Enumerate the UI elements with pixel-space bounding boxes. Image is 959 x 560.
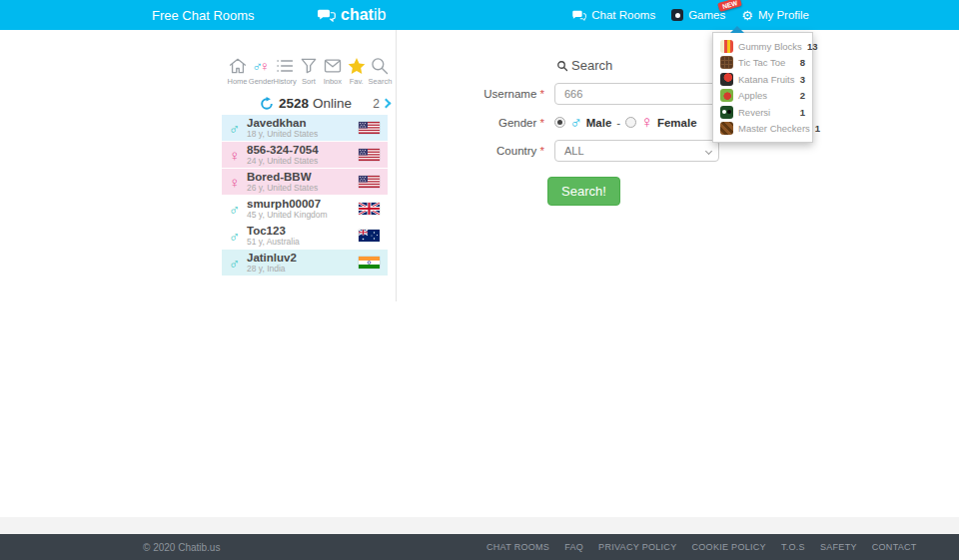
menu-item-gummy-blocks[interactable]: Gummy Blocks 13: [713, 38, 812, 55]
country-row: Country * ALL: [480, 140, 729, 162]
user-name: Toc123: [247, 225, 300, 238]
footer-link-safety[interactable]: SAFETY: [820, 542, 857, 552]
user-row[interactable]: ♂ Jatinluv2 28 y, India: [222, 250, 388, 276]
menu-item-katana-fruits[interactable]: Katana Fruits 3: [713, 71, 812, 88]
online-counter-row: 2528 Online 2: [260, 96, 390, 111]
male-icon: ♂: [569, 114, 582, 131]
user-meta: 51 y, Australia: [247, 238, 300, 247]
chatib-logo[interactable]: chatib: [318, 0, 386, 30]
history-icon: [275, 56, 295, 76]
menu-item-apples[interactable]: Apples 2: [713, 88, 812, 105]
chevron-right-icon: [382, 99, 392, 109]
tool-home[interactable]: Home: [226, 56, 249, 86]
user-meta: 26 y, United States: [247, 184, 318, 193]
user-meta: 28 y, India: [247, 265, 297, 274]
nav-my-profile[interactable]: ⚙ My Profile: [741, 9, 809, 22]
gender-options: ♂ Male - ♀ Female: [554, 114, 697, 131]
game-count: 2: [800, 90, 805, 101]
menu-item-reversi[interactable]: Reversi 1: [713, 104, 812, 121]
male-radio[interactable]: [554, 117, 565, 128]
male-icon: ♂: [229, 256, 247, 271]
male-option-label: Male: [586, 117, 612, 129]
gender-row: Gender * ♂ Male - ♀ Female: [480, 114, 729, 131]
flag-in-icon: [359, 257, 380, 269]
tool-search[interactable]: Search: [369, 56, 392, 86]
online-count: 2528: [279, 96, 309, 111]
chevron-down-icon: [705, 148, 712, 155]
next-page-control[interactable]: 2: [373, 97, 390, 111]
tool-label: Fav.: [350, 77, 364, 86]
free-chat-rooms-link[interactable]: Free Chat Rooms: [152, 0, 255, 30]
nav-chat-rooms-label: Chat Rooms: [591, 9, 655, 21]
user-row[interactable]: ♂ smurph00007 45 y, United Kingdom: [222, 196, 388, 222]
footer-link-cookie-policy[interactable]: COOKIE POLICY: [691, 542, 765, 552]
tool-favorites[interactable]: Fav.: [345, 56, 368, 86]
footer-links: CHAT ROOMS FAQ PRIVACY POLICY COOKIE POL…: [486, 534, 917, 560]
dropdown-caret-icon: [730, 26, 744, 33]
username-input[interactable]: [554, 83, 719, 105]
flag-uk-icon: [359, 203, 380, 215]
footer-link-contact[interactable]: CONTACT: [872, 542, 917, 552]
female-icon: ♀: [640, 114, 653, 131]
user-name: Jatinluv2: [247, 252, 297, 265]
tic-tac-toe-icon: [720, 56, 733, 69]
footer-link-faq[interactable]: FAQ: [564, 542, 583, 552]
refresh-icon[interactable]: [260, 97, 274, 111]
footer: © 2020 Chatib.us CHAT ROOMS FAQ PRIVACY …: [0, 534, 959, 560]
chat-bubbles-icon: [318, 8, 336, 22]
game-name: Apples: [738, 90, 795, 101]
tool-inbox[interactable]: Inbox: [321, 56, 344, 86]
user-row[interactable]: ♂ Toc123 51 y, Australia: [222, 223, 388, 249]
games-icon: [671, 9, 683, 21]
footer-link-chat-rooms[interactable]: CHAT ROOMS: [486, 542, 549, 552]
tool-label: Inbox: [324, 77, 342, 86]
search-form: Search Username * Gender * ♂ Male - ♀ Fe…: [480, 58, 729, 206]
female-icon: ♀: [229, 148, 247, 163]
user-row[interactable]: ♀ Bored-BBW 26 y, United States: [222, 169, 388, 195]
user-row[interactable]: ♀ 856-324-7054 24 y, United States: [222, 142, 388, 168]
user-name: Javedkhan: [247, 117, 318, 130]
tool-gender[interactable]: ♂♀ Gender: [250, 56, 273, 86]
katana-fruits-icon: [720, 73, 733, 86]
gummy-blocks-icon: [720, 40, 733, 53]
gender-icon: ♂♀: [252, 56, 270, 76]
user-name: 856-324-7054: [247, 144, 319, 157]
country-select[interactable]: ALL: [554, 140, 719, 162]
nav-chat-rooms[interactable]: Chat Rooms: [571, 9, 655, 21]
female-radio[interactable]: [625, 117, 636, 128]
nav-games[interactable]: Games NEW: [671, 9, 725, 21]
female-option-label: Female: [657, 117, 697, 129]
pre-footer-strip: [0, 517, 959, 534]
top-bar: Free Chat Rooms chatib Chat Rooms Games …: [0, 0, 959, 30]
tool-sort[interactable]: Sort: [297, 56, 320, 86]
tool-label: Sort: [302, 77, 316, 86]
flag-au-icon: [359, 230, 380, 242]
male-icon: ♂: [229, 229, 247, 244]
reversi-icon: [720, 106, 733, 119]
game-count: 8: [800, 57, 805, 68]
flag-us-icon: [359, 176, 380, 188]
footer-link-tos[interactable]: T.O.S: [781, 542, 805, 552]
female-icon: ♀: [229, 175, 247, 190]
user-row[interactable]: ♂ Javedkhan 18 y, United States: [222, 115, 388, 141]
search-submit-button[interactable]: Search!: [547, 177, 620, 206]
game-name: Katana Fruits: [738, 74, 795, 85]
menu-item-tic-tac-toe[interactable]: Tic Tac Toe 8: [713, 55, 812, 72]
logo-text-bold: chat: [341, 6, 374, 23]
footer-link-privacy-policy[interactable]: PRIVACY POLICY: [598, 542, 676, 552]
logo-text-light: ib: [374, 6, 386, 23]
user-meta: 24 y, United States: [247, 157, 319, 166]
gender-label: Gender *: [480, 117, 544, 129]
male-icon: ♂: [229, 202, 247, 217]
game-name: Tic Tac Toe: [738, 57, 795, 68]
username-label: Username *: [480, 88, 544, 100]
user-name: smurph00007: [247, 198, 328, 211]
required-asterisk: *: [540, 145, 544, 157]
menu-item-master-checkers[interactable]: Master Checkers 1: [713, 121, 812, 138]
search-form-title: Search: [556, 58, 729, 73]
tool-history[interactable]: History: [274, 56, 297, 86]
search-form-title-text: Search: [571, 58, 612, 73]
nav-my-profile-label: My Profile: [758, 9, 809, 21]
online-label: Online: [313, 96, 352, 111]
tool-label: Gender: [249, 77, 274, 86]
